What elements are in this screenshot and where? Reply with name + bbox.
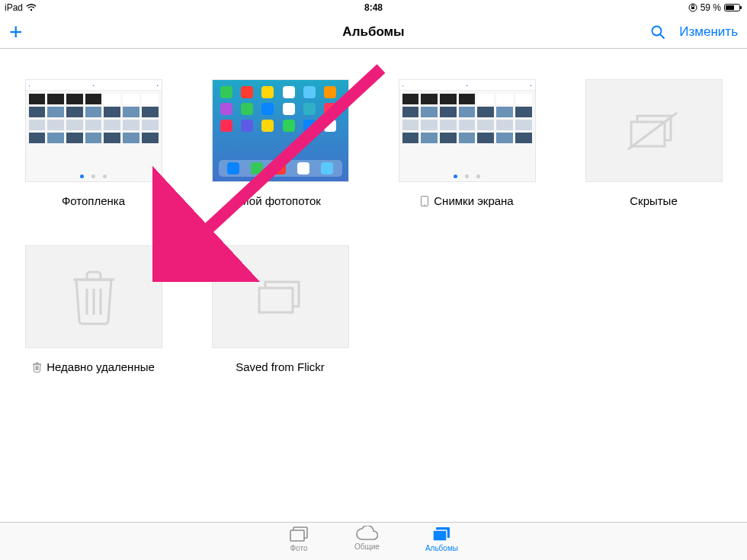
tab-photos[interactable]: Фото: [289, 526, 309, 560]
album-label: Недавно удаленные: [32, 360, 155, 373]
album-label-text: Недавно удаленные: [46, 360, 155, 373]
album-camera-roll[interactable]: ‹•• Фотопленка: [23, 79, 164, 207]
svg-rect-19: [259, 288, 293, 312]
album-label: Фотопленка: [62, 194, 125, 207]
tab-label: Альбомы: [425, 544, 458, 552]
album-screenshots[interactable]: ‹•• Снимки экрана: [396, 79, 537, 207]
album-hidden[interactable]: Скрытые: [583, 79, 724, 207]
status-time: 8:48: [364, 2, 383, 13]
album-label: Мой фотопоток: [239, 194, 321, 207]
album-thumb: ‹••: [399, 79, 536, 182]
stack-icon: [250, 274, 311, 320]
hidden-icon: [624, 108, 684, 154]
battery-icon: [724, 3, 742, 12]
album-saved-flickr[interactable]: Saved from Flickr: [210, 245, 351, 373]
trash-large-icon: [70, 269, 117, 325]
svg-rect-3: [740, 6, 742, 9]
svg-line-6: [660, 34, 664, 38]
photos-tab-icon: [289, 526, 309, 542]
svg-point-8: [424, 204, 425, 206]
edit-button[interactable]: Изменить: [679, 24, 738, 40]
album-photostream[interactable]: Мой фотопоток: [210, 79, 351, 207]
cloud-tab-icon: [355, 526, 378, 541]
svg-rect-25: [433, 530, 447, 541]
album-label: Снимки экрана: [420, 194, 513, 207]
album-thumb: ‹••: [25, 79, 162, 182]
albums-tab-icon: [431, 526, 451, 542]
album-label: Скрытые: [630, 194, 678, 207]
tab-label: Фото: [290, 544, 308, 552]
search-button[interactable]: [650, 24, 665, 40]
trash-icon: [32, 361, 42, 373]
status-right: 59 %: [688, 2, 742, 13]
nav-left: +: [9, 15, 23, 49]
svg-rect-23: [290, 530, 304, 541]
status-bar: iPad 8:48 59 %: [0, 0, 747, 15]
tab-albums[interactable]: Альбомы: [425, 526, 458, 560]
svg-rect-4: [726, 5, 734, 10]
nav-bar: + Альбомы Изменить: [0, 15, 747, 49]
album-recently-deleted[interactable]: Недавно удаленные: [23, 245, 164, 373]
device-label: iPad: [5, 2, 23, 13]
album-label: Saved from Flickr: [236, 360, 325, 373]
album-thumb: [585, 79, 723, 182]
tab-bar: Фото Общие Альбомы: [0, 522, 747, 560]
nav-right: Изменить: [650, 15, 738, 49]
wifi-icon: [26, 4, 37, 11]
svg-rect-1: [691, 7, 694, 9]
rotation-lock-icon: [688, 3, 697, 12]
album-label-text: Снимки экрана: [434, 194, 513, 207]
album-thumb: [212, 245, 349, 348]
battery-percent: 59 %: [701, 2, 721, 13]
tab-shared[interactable]: Общие: [354, 526, 380, 560]
album-thumb: [212, 79, 349, 182]
album-thumb: [25, 245, 162, 348]
tab-label: Общие: [354, 542, 380, 551]
status-left: iPad: [5, 2, 37, 13]
screenshot-icon: [420, 196, 429, 206]
albums-grid: ‹•• Фотопленка: [0, 49, 747, 373]
add-button[interactable]: +: [9, 21, 23, 43]
page-title: Альбомы: [342, 24, 404, 40]
